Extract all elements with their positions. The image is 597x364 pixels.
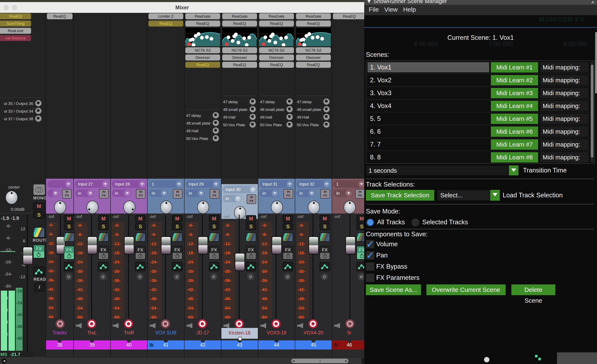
- transition-time-value[interactable]: 1 seconds: [366, 166, 509, 175]
- record-arm-button[interactable]: [87, 319, 96, 328]
- midi-learn-button[interactable]: Midi Learn #1: [491, 62, 538, 72]
- fx-slot[interactable]: NC76 S2: [296, 47, 331, 53]
- radio-selected-tracks[interactable]: [411, 219, 419, 226]
- track-name-label[interactable]: Tracks: [46, 330, 73, 336]
- send-row[interactable]: 49:Hall: [223, 114, 257, 121]
- fader-handle[interactable]: [272, 236, 282, 254]
- input-mode-selector[interactable]: in: [75, 190, 94, 197]
- track-theme-icon[interactable]: [283, 233, 293, 242]
- input-selector[interactable]: Input 32: [296, 180, 330, 188]
- midi-mapping-field[interactable]: Midi mapping:: [540, 127, 589, 137]
- midi-learn-button[interactable]: Midi Learn #4: [491, 101, 538, 111]
- solo-button[interactable]: S: [64, 223, 74, 230]
- fader-track[interactable]: [165, 215, 166, 319]
- fx-slot[interactable]: ReaGate: [222, 13, 257, 19]
- automation-icon[interactable]: [172, 262, 182, 271]
- mute-button[interactable]: M: [320, 215, 330, 222]
- midi-mapping-field[interactable]: Midi mapping:: [540, 75, 589, 85]
- mute-button[interactable]: M: [135, 215, 146, 222]
- input-fx-button[interactable]: INFX: [321, 189, 330, 198]
- phase-button[interactable]: ø: [100, 273, 107, 280]
- chevron-down-icon[interactable]: [176, 181, 182, 187]
- track-name-label[interactable]: fx: [332, 330, 367, 336]
- track-selection-dropdown-button[interactable]: [490, 190, 500, 201]
- master-output-send[interactable]: ut 33 / Output 34: [0, 108, 43, 115]
- eq-curve-display[interactable]: [259, 28, 294, 46]
- chevron-down-icon[interactable]: [309, 190, 315, 196]
- pan-knob[interactable]: [197, 201, 209, 214]
- scene-list-scrollbar[interactable]: [590, 62, 594, 162]
- solo-button[interactable]: S: [135, 223, 146, 230]
- send-knob[interactable]: [213, 127, 219, 134]
- fx-button[interactable]: FX: [98, 246, 109, 254]
- input-mode-selector[interactable]: in: [296, 190, 315, 197]
- fx-slot[interactable]: ReaGate: [296, 13, 331, 19]
- chevron-down-icon[interactable]: [161, 190, 167, 196]
- send-knob[interactable]: [213, 120, 219, 126]
- eq-curve-display[interactable]: [222, 28, 257, 46]
- track-theme-icon[interactable]: [172, 233, 182, 242]
- fx-slot[interactable]: Deesser: [259, 55, 294, 61]
- fx-bypass-toggle[interactable]: [209, 253, 219, 260]
- fx-bypass-toggle[interactable]: [283, 253, 293, 260]
- fx-bypass-toggle[interactable]: [246, 253, 256, 260]
- input-mode-selector[interactable]: in: [149, 190, 168, 197]
- input-fx-button[interactable]: INFX: [247, 194, 256, 204]
- fader-handle[interactable]: [345, 236, 356, 254]
- master-pan-knob[interactable]: [5, 191, 18, 204]
- master-mute-button[interactable]: M: [33, 203, 45, 210]
- record-arm-button[interactable]: [161, 319, 170, 328]
- master-output-send[interactable]: ut 35 / Output 36: [0, 100, 43, 108]
- fx-button[interactable]: FX: [135, 246, 146, 254]
- track-number-badge[interactable]: 41: [148, 340, 184, 349]
- solo-button[interactable]: S: [320, 223, 330, 230]
- fx-slot[interactable]: Deesser: [185, 55, 220, 61]
- send-knob[interactable]: [323, 106, 330, 112]
- input-fx-button[interactable]: INFX: [355, 189, 365, 198]
- midi-mapping-field[interactable]: Midi mapping:: [540, 101, 589, 111]
- input-selector[interactable]: Input 31: [259, 180, 293, 188]
- phase-button[interactable]: ø: [284, 273, 291, 280]
- delete-scene-button[interactable]: Delete Scene: [511, 285, 555, 295]
- send-row[interactable]: 48:small plate: [296, 106, 331, 114]
- input-selector[interactable]: Input 29: [186, 180, 220, 188]
- input-selector[interactable]: Input 27: [75, 180, 109, 188]
- scene-manager-titlebar[interactable]: ▼ ShowRunner Scene Manager ^: [364, 0, 597, 5]
- send-row[interactable]: 48:small plate: [259, 106, 294, 114]
- scene-name[interactable]: 3. Vox3: [368, 88, 489, 98]
- track-name-label[interactable]: JD-17: [184, 330, 221, 336]
- fx-slot[interactable]: Limiter 2: [149, 13, 183, 19]
- fx-slot[interactable]: ReaEQ: [47, 13, 72, 19]
- input-selector[interactable]: Input 28: [112, 180, 146, 188]
- route-icon[interactable]: [33, 227, 45, 237]
- track-theme-icon[interactable]: [209, 233, 219, 242]
- fx-slot[interactable]: NC76 S2: [259, 47, 294, 53]
- track-number-badge[interactable]: 40: [111, 340, 147, 349]
- checkbox-fx-bypass[interactable]: [366, 262, 374, 271]
- fx-slot[interactable]: ReaEQ: [333, 13, 366, 19]
- fx-slot[interactable]: ReaEQ: [296, 21, 331, 26]
- fx-bypass-toggle[interactable]: [172, 253, 182, 260]
- chevron-down-icon[interactable]: [250, 186, 256, 193]
- input-selector[interactable]: 1: [333, 180, 365, 188]
- fx-slot[interactable]: ReaEQ: [259, 21, 294, 26]
- chevron-down-icon[interactable]: [198, 190, 204, 196]
- phase-button[interactable]: ø: [321, 273, 328, 280]
- fader-track[interactable]: [202, 215, 203, 319]
- midi-learn-button[interactable]: Midi Learn #8: [491, 152, 538, 163]
- mute-button[interactable]: M: [283, 215, 293, 222]
- solo-button[interactable]: S: [98, 223, 109, 230]
- track-theme-icon[interactable]: [98, 233, 109, 242]
- midi-mapping-field[interactable]: Midi mapping:: [540, 114, 589, 124]
- master-fx-bypass-toggle[interactable]: [33, 252, 45, 258]
- send-row[interactable]: 47:delay: [186, 112, 220, 120]
- mute-speaker-icon[interactable]: [76, 323, 82, 328]
- fader-track[interactable]: [60, 215, 61, 319]
- master-output-send[interactable]: ut 37 / Output 38: [0, 115, 43, 123]
- send-row[interactable]: 50:Vox Plate: [223, 121, 257, 129]
- mute-button[interactable]: M: [64, 215, 74, 222]
- fx-bypass-toggle[interactable]: [98, 253, 109, 260]
- input-fx-button[interactable]: INFX: [99, 189, 109, 198]
- automation-icon[interactable]: [33, 267, 45, 277]
- mute-speaker-icon[interactable]: [334, 323, 340, 328]
